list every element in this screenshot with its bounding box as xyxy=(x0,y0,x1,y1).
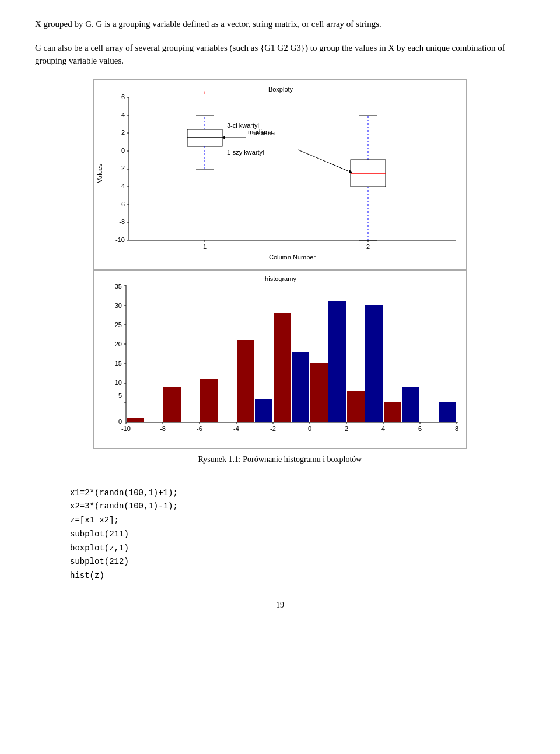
svg-text:4: 4 xyxy=(121,111,125,118)
annotation-1szy: 1-szy kwartyl xyxy=(227,149,264,156)
svg-text:mediana: mediana xyxy=(248,128,273,135)
code-line-6: subplot(212) xyxy=(70,555,525,569)
svg-text:-6: -6 xyxy=(197,425,202,432)
svg-text:-10: -10 xyxy=(121,425,131,432)
histogram-title: histogramy xyxy=(265,275,296,282)
hist-blue-bar xyxy=(328,301,346,422)
boxplot-xlabel: Column Number xyxy=(269,254,316,261)
svg-text:-4: -4 xyxy=(233,425,239,432)
svg-text:35: 35 xyxy=(115,283,122,290)
hist-red-bar xyxy=(127,418,144,422)
code-line-5: boxplot(z,1) xyxy=(70,542,525,556)
svg-text:-10: -10 xyxy=(116,236,125,243)
svg-text:-8: -8 xyxy=(160,425,166,432)
svg-text:+: + xyxy=(203,89,206,96)
svg-text:0: 0 xyxy=(118,418,122,425)
boxplot-group1: + xyxy=(187,89,246,169)
hist-red-bar xyxy=(384,402,401,422)
figure-caption: Rysunek 1.1: Porównanie histogramu i box… xyxy=(198,455,362,464)
svg-text:0: 0 xyxy=(121,147,125,154)
code-line-1: x1=2*(randn(100,1)+1); xyxy=(70,486,525,500)
hist-blue-bar xyxy=(402,387,419,422)
hist-red-bar xyxy=(274,313,291,422)
svg-text:8: 8 xyxy=(455,425,459,432)
hist-red-bar xyxy=(163,387,181,422)
svg-text:6: 6 xyxy=(121,93,125,100)
x-axis-labels: 1 2 xyxy=(203,240,370,250)
hist-red-bar xyxy=(347,391,365,422)
svg-text:2: 2 xyxy=(366,243,370,250)
svg-text:0: 0 xyxy=(308,425,312,432)
svg-text:-2: -2 xyxy=(270,425,276,432)
hist-blue-bar xyxy=(365,305,383,422)
hist-blue-bar xyxy=(439,402,456,422)
svg-text:15: 15 xyxy=(115,360,122,367)
svg-text:6: 6 xyxy=(418,425,422,432)
boxplot-svg: Boxploty 6 4 2 0 -2 -4 xyxy=(94,80,467,266)
code-line-2: x2=3*(randn(100,1)-1); xyxy=(70,500,525,514)
code-block: x1=2*(randn(100,1)+1); x2=3*(randn(100,1… xyxy=(70,486,525,584)
svg-text:4: 4 xyxy=(382,425,385,432)
svg-text:-8: -8 xyxy=(119,218,125,225)
hist-blue-bar xyxy=(292,352,309,422)
svg-text:1: 1 xyxy=(203,243,206,250)
code-line-7: hist(z) xyxy=(70,569,525,583)
hist-blue-bar xyxy=(255,399,272,422)
svg-text:-4: -4 xyxy=(119,183,125,190)
hist-red-bar xyxy=(200,379,218,422)
svg-text:2: 2 xyxy=(121,129,125,136)
boxplot-ylabel: Values xyxy=(96,163,103,183)
boxplot-title: Boxploty xyxy=(268,86,293,93)
boxplot-group2 xyxy=(351,115,386,240)
histogram-svg: histogramy 0 5 10 15 20 25 30 35 xyxy=(94,271,467,446)
histogram-chart: histogramy 0 5 10 15 20 25 30 35 xyxy=(93,270,467,449)
svg-text:-2: -2 xyxy=(119,164,125,171)
svg-line-38 xyxy=(298,150,351,172)
hist-red-bar xyxy=(237,340,254,422)
hist-red-bar xyxy=(310,363,328,422)
svg-text:10: 10 xyxy=(115,379,122,386)
y-axis-labels: 6 4 2 0 -2 -4 -6 -8 -10 xyxy=(116,93,129,243)
svg-text:25: 25 xyxy=(115,321,122,328)
svg-text:20: 20 xyxy=(115,341,122,348)
figure-container: Boxploty 6 4 2 0 -2 -4 xyxy=(35,79,525,476)
svg-text:30: 30 xyxy=(115,302,122,309)
code-line-4: subplot(211) xyxy=(70,528,525,542)
svg-text:-6: -6 xyxy=(119,201,125,208)
code-line-3: z=[x1 x2]; xyxy=(70,514,525,528)
hist-y-labels: 0 5 10 15 20 25 30 35 xyxy=(115,283,126,425)
svg-text:2: 2 xyxy=(345,425,348,432)
paragraph2: G can also be a cell array of several gr… xyxy=(35,41,525,68)
boxplot-chart: Boxploty 6 4 2 0 -2 -4 xyxy=(93,79,467,270)
svg-text:5: 5 xyxy=(118,392,122,399)
page-number: 19 xyxy=(35,601,525,610)
hist-x-labels: -10 -8 -6 -4 -2 0 2 4 6 8 xyxy=(121,422,459,432)
paragraph1: X grouped by G. G is a grouping variable… xyxy=(35,17,525,31)
